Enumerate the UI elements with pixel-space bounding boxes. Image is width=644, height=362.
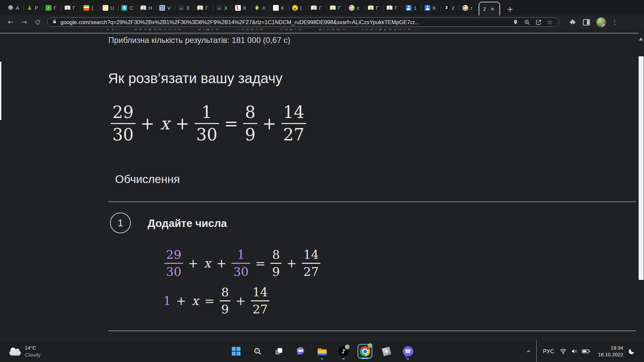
- result-stats: Приблизна кількість результатів: 181 000…: [108, 36, 290, 45]
- chat-button[interactable]: [294, 345, 307, 358]
- new-tab-button[interactable]: +: [505, 4, 515, 14]
- browser-tab[interactable]: Г: [194, 0, 213, 15]
- browser-tab[interactable]: 1: [403, 0, 422, 15]
- start-button[interactable]: [229, 345, 243, 358]
- browser-tab[interactable]: Г: [327, 0, 346, 15]
- task-view-icon: [275, 347, 283, 356]
- tiktok-button[interactable]: ♪: [337, 345, 350, 358]
- page-left-edge-strip: [0, 62, 1, 120]
- browser-toolbar: ← → google.com/search?q=29%2F30%2Bx%2B1%…: [0, 15, 644, 29]
- browser-tab[interactable]: (: [80, 0, 100, 15]
- browser-tab[interactable]: 32: [441, 0, 460, 15]
- browser-tab[interactable]: (: [289, 0, 308, 15]
- tiktok-icon: ♪: [338, 346, 349, 357]
- task-view-button[interactable]: [272, 345, 286, 358]
- active-window-indicator: [361, 358, 369, 359]
- calculation-section-label: Обчислення: [115, 173, 180, 186]
- volume-icon[interactable]: [569, 345, 580, 358]
- chrome-button-active[interactable]: [358, 344, 372, 359]
- highlighted-number: 1: [163, 295, 171, 307]
- browser-tab[interactable]: 4C: [118, 0, 138, 15]
- browser-tab[interactable]: ✓Г: [43, 0, 62, 15]
- header-divider: [0, 33, 638, 34]
- side-panel-icon[interactable]: [580, 15, 593, 29]
- location-pin-icon[interactable]: [510, 18, 521, 26]
- bookmark-star-icon[interactable]: ☆: [544, 18, 555, 26]
- person-favicon-icon: [425, 5, 430, 11]
- url-text[interactable]: google.com/search?q=29%2F30%2Bx%2B1%2F30…: [60, 19, 510, 25]
- language-indicator[interactable]: РУС: [540, 348, 557, 355]
- browser-tab[interactable]: Г: [384, 0, 403, 15]
- clipped-header-row: Усі Зображення Відео Новини Карти Більше…: [107, 29, 536, 31]
- browser-tab[interactable]: З: [175, 0, 195, 15]
- share-icon[interactable]: [533, 18, 544, 26]
- focus-assist-moon-icon[interactable]: [626, 345, 637, 358]
- file-explorer-button[interactable]: [315, 345, 329, 358]
- step-divider: [108, 330, 636, 331]
- browser-tab[interactable]: Н: [138, 0, 157, 15]
- windows-taskbar: 14°C Cloudy: [0, 340, 644, 362]
- browser-tab[interactable]: ☻A: [5, 0, 24, 15]
- browser-tab[interactable]: U: [100, 0, 119, 15]
- weather-widget[interactable]: 14°C Cloudy: [7, 340, 43, 362]
- step-title: Додайте числа: [148, 217, 227, 230]
- browser-tab[interactable]: 6: [422, 0, 441, 15]
- roblox-button[interactable]: [380, 345, 393, 358]
- book-favicon-icon: [387, 5, 392, 10]
- tab-list: ☻A ♟Р ✓Г Г ( U 4C Н V З Г X LК X ▽К ( Г …: [5, 0, 500, 15]
- tray-time: 19:34: [594, 345, 623, 351]
- reload-button[interactable]: [31, 15, 44, 29]
- weather-condition: Cloudy: [25, 351, 41, 358]
- forward-button[interactable]: →: [17, 15, 31, 29]
- address-bar[interactable]: google.com/search?q=29%2F30%2Bx%2B1%2F30…: [47, 17, 559, 27]
- browser-tab[interactable]: ▽К: [270, 0, 289, 15]
- book-favicon-icon: [197, 5, 203, 10]
- zoom-out-icon[interactable]: [521, 18, 533, 26]
- viber-button[interactable]: ☎: [401, 345, 415, 358]
- clock-widget[interactable]: 19:34 18.10.2022: [594, 345, 623, 358]
- dark-face-favicon-icon: [216, 5, 222, 11]
- wifi-icon[interactable]: [557, 345, 569, 358]
- browser-tab[interactable]: Г: [62, 0, 81, 15]
- back-button[interactable]: ←: [4, 15, 17, 29]
- browser-tab[interactable]: V: [156, 0, 175, 15]
- hidden-icons-chevron-icon[interactable]: [523, 345, 534, 358]
- battery-icon[interactable]: [580, 345, 592, 358]
- fraction: 1427: [302, 249, 321, 278]
- windows-logo-icon: [232, 347, 240, 356]
- running-indicator: [321, 358, 323, 360]
- hero-equation: 2930 + x + 130 = 89 + 1427: [111, 104, 306, 143]
- browser-tab[interactable]: г: [460, 0, 479, 15]
- browser-menu-dots-icon[interactable]: ⋮: [608, 15, 622, 29]
- tab-close-icon[interactable]: ×: [490, 6, 495, 12]
- profile-badge: [345, 345, 350, 350]
- profile-badge: [368, 343, 373, 348]
- tray-date: 18.10.2022: [594, 351, 623, 358]
- profile-avatar[interactable]: [594, 15, 608, 29]
- fraction: 2930: [111, 104, 136, 143]
- chess-pawn-favicon-icon: ♟: [27, 5, 33, 11]
- side-panel-glyph: [583, 19, 590, 25]
- search-button[interactable]: [251, 345, 264, 358]
- step-number-badge: 1: [110, 213, 131, 233]
- desktop-screen: ☻A ♟Р ✓Г Г ( U 4C Н V З Г X LК X ▽К ( Г …: [0, 0, 644, 362]
- funnel-favicon-icon: ▽: [273, 5, 279, 11]
- browser-tab[interactable]: Г: [365, 0, 384, 15]
- section-divider: [108, 201, 636, 202]
- fraction: 89: [243, 104, 257, 143]
- scrollbar-thumb[interactable]: [639, 56, 644, 280]
- extensions-puzzle-icon[interactable]: [566, 15, 579, 29]
- running-indicator: [342, 358, 345, 360]
- active-browser-tab[interactable]: 2 ×: [479, 2, 500, 15]
- browser-tab[interactable]: X: [251, 0, 270, 15]
- browser-tab[interactable]: X: [213, 0, 232, 15]
- tray-separator: [536, 340, 537, 362]
- search-icon: [253, 347, 262, 356]
- printer-favicon-icon: [84, 5, 89, 11]
- scrollbar-up-arrow-icon[interactable]: [639, 38, 643, 41]
- browser-tab[interactable]: LК: [232, 0, 251, 15]
- browser-tab[interactable]: ♟Р: [24, 0, 43, 15]
- browser-tab[interactable]: с: [346, 0, 365, 15]
- browser-tab[interactable]: Г: [308, 0, 327, 15]
- thumbs-up-favicon-icon: ✓: [46, 5, 51, 11]
